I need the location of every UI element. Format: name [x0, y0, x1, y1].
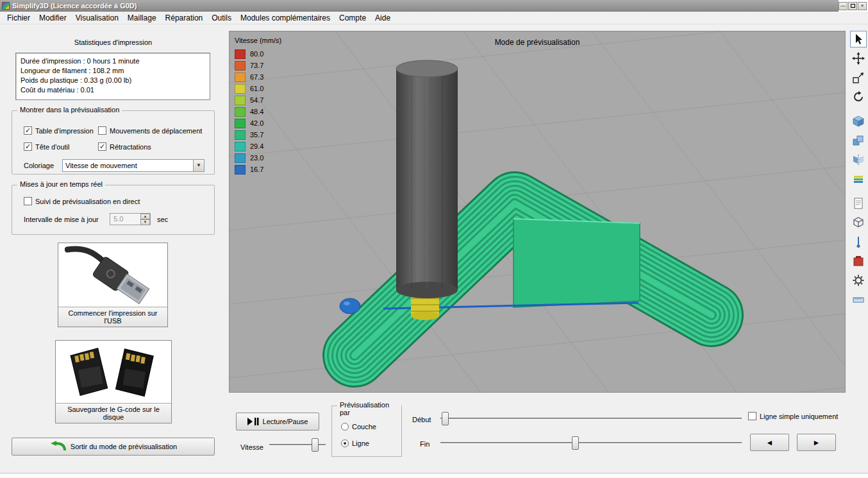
select-tool-icon[interactable] [850, 31, 867, 47]
preview-by-title: Prévisualisation par [337, 401, 401, 416]
travel-moves-label: Mouvements de déplacement [110, 127, 202, 135]
play-pause-button[interactable]: Lecture/Pause [236, 413, 319, 431]
travel-moves-checkbox[interactable] [98, 126, 106, 135]
menu-bar: Fichier Modifier Visualisation Maillage … [0, 12, 868, 24]
chevron-down-icon[interactable]: ▼ [193, 160, 204, 171]
move-tool-icon[interactable] [850, 50, 867, 67]
center-model-icon[interactable] [850, 113, 867, 130]
checkbox-live-preview[interactable]: Suivi de prévisualisation en direct [24, 197, 140, 205]
interval-label: Intervalle de mise à jour [24, 216, 99, 223]
ligne-radio[interactable] [341, 440, 349, 447]
title-bar[interactable]: Simplify3D (Licence accordée à G0D) [0, 0, 868, 12]
stats-title: Statistiques d'impression [6, 31, 220, 46]
play-pause-label: Lecture/Pause [263, 418, 308, 425]
close-button[interactable]: × [858, 2, 867, 10]
start-usb-print-button[interactable]: Commencer l'impression sur l'USB [58, 243, 168, 327]
step-forward-button[interactable]: ► [797, 434, 836, 451]
live-preview-checkbox[interactable] [24, 197, 32, 205]
duplicate-model-icon[interactable] [850, 132, 867, 149]
menu-outils[interactable]: Outils [207, 12, 236, 24]
maximize-button[interactable] [848, 2, 857, 10]
play-pause-icon [247, 418, 259, 425]
single-line-checkbox[interactable] [748, 412, 756, 420]
preview-mode-label: Mode de prévisualisation [230, 38, 845, 47]
legend-swatch [235, 142, 246, 151]
step-back-button[interactable]: ◄ [750, 434, 789, 451]
legend-entry: 35.7 [235, 129, 281, 141]
checkbox-print-table[interactable]: ✓ Table d'impression [24, 126, 94, 135]
checkbox-single-line[interactable]: Ligne simple uniquement [748, 412, 838, 420]
legend-swatch [235, 130, 246, 140]
print-table-checkbox[interactable]: ✓ [24, 126, 32, 135]
radio-couche[interactable]: Couche [341, 423, 376, 431]
legend-entry: 48.4 [235, 106, 281, 117]
toolhead-label: Tête d'outil [35, 143, 69, 151]
legend-swatch [235, 153, 246, 163]
show-in-preview-group: Montrer dans la prévisualisation ✓ Table… [12, 110, 215, 175]
layer-view-icon[interactable] [850, 171, 867, 187]
minimize-button[interactable]: — [839, 2, 847, 10]
preview-3d-viewport[interactable]: Mode de prévisualisation Vitesse (mm/s) … [229, 31, 846, 393]
legend-entry: 16.7 [235, 164, 281, 175]
window-title: Simplify3D (Licence accordée à G0D) [12, 2, 137, 10]
interval-spin-buttons[interactable]: ▲▼ [140, 214, 150, 225]
interval-spinbox[interactable]: 5.0 ▲▼ [110, 213, 151, 225]
left-arrow-icon: ◄ [766, 438, 774, 447]
settings-gear-icon[interactable] [850, 272, 867, 289]
notes-icon[interactable] [850, 195, 867, 212]
radio-ligne[interactable]: Ligne [341, 440, 369, 447]
checkbox-travel-moves[interactable]: Mouvements de déplacement [98, 126, 202, 135]
legend-value: 67.3 [250, 73, 263, 81]
print-statistics: Durée d'impression : 0 hours 1 minute Lo… [15, 53, 210, 100]
end-slider-track[interactable] [440, 442, 742, 444]
menu-modules[interactable]: Modules complémentaires [236, 12, 335, 24]
menu-aide[interactable]: Aide [371, 12, 395, 24]
end-slider[interactable] [440, 436, 742, 450]
checkbox-toolhead[interactable]: ✓ Tête d'outil [24, 142, 69, 151]
start-slider[interactable] [440, 412, 742, 425]
couche-radio[interactable] [341, 423, 349, 431]
retractions-label: Rétractations [110, 143, 151, 151]
menu-compte[interactable]: Compte [335, 12, 371, 24]
speed-slider[interactable] [269, 438, 326, 452]
spin-up-icon[interactable]: ▲ [140, 214, 150, 219]
spin-down-icon[interactable]: ▼ [140, 219, 150, 225]
measure-tool-icon[interactable] [850, 291, 867, 308]
start-slider-thumb[interactable] [442, 412, 449, 425]
checkbox-retractions[interactable]: ✓ Rétractations [98, 142, 151, 151]
support-pin-icon[interactable] [850, 234, 867, 250]
menu-fichier[interactable]: Fichier [3, 12, 35, 24]
legend-swatch [235, 49, 246, 59]
scale-tool-icon[interactable] [850, 69, 867, 86]
start-label: Début [412, 416, 431, 423]
menu-modifier[interactable]: Modifier [35, 12, 71, 24]
machine-control-icon[interactable] [850, 253, 867, 269]
retractions-checkbox[interactable]: ✓ [98, 142, 106, 151]
menu-visualisation[interactable]: Visualisation [71, 12, 123, 24]
legend-value: 48.4 [250, 108, 263, 115]
cross-section-icon[interactable] [850, 214, 867, 231]
legend-entry: 29.4 [235, 141, 281, 152]
start-slider-track[interactable] [440, 418, 742, 420]
toolhead-checkbox[interactable]: ✓ [24, 142, 32, 151]
exit-preview-button[interactable]: Sortir du mode de prévisualisation [12, 438, 215, 456]
speed-slider-thumb[interactable] [312, 438, 319, 452]
save-gcode-button[interactable]: Sauvegarder le G-code sur le disque [55, 340, 172, 423]
usb-cable-image [58, 243, 167, 307]
coloring-select[interactable]: Vitesse de mouvement ▼ [62, 159, 204, 172]
realtime-updates-group: Mises à jour en temps réel Suivi de prév… [12, 185, 215, 235]
menu-reparation[interactable]: Réparation [161, 12, 208, 24]
legend-value: 61.0 [250, 85, 263, 92]
menu-maillage[interactable]: Maillage [123, 12, 161, 24]
bottom-edge-strip [0, 473, 868, 478]
speed-label: Vitesse [240, 443, 263, 451]
legend-value: 16.7 [250, 166, 263, 173]
legend-value: 80.0 [250, 50, 263, 58]
legend-value: 29.4 [250, 142, 263, 150]
ligne-label: Ligne [352, 440, 369, 447]
legend-value: 35.7 [250, 131, 263, 139]
rotate-tool-icon[interactable] [850, 89, 867, 105]
legend-entry: 67.3 [235, 71, 281, 83]
mirror-model-icon[interactable] [850, 151, 867, 168]
end-slider-thumb[interactable] [572, 436, 579, 450]
